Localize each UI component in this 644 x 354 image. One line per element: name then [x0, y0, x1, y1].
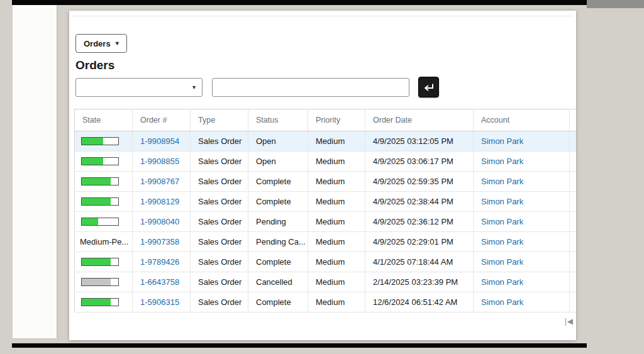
state-cell [75, 212, 133, 232]
column-header[interactable]: Order Date [365, 109, 474, 131]
extra-cell [570, 232, 577, 252]
pagination: |◀ [565, 317, 574, 326]
status-cell: Complete [248, 292, 308, 313]
account-link[interactable]: Simon Park [481, 257, 523, 267]
status-cell: Cancelled [248, 272, 308, 292]
priority-cell: Medium [308, 131, 365, 152]
order-link[interactable]: 1-9908767 [140, 177, 179, 186]
extra-cell [570, 152, 577, 172]
orders-window: Orders ▾ Orders ▾ StateOrder #TypeStatus… [69, 11, 576, 340]
priority-cell: Medium [308, 252, 365, 272]
orders-table-body: 1-9908954 Sales Order Open Medium 4/9/20… [75, 131, 577, 313]
order-number-cell: 1-9789426 [133, 252, 191, 272]
extra-cell [570, 252, 577, 272]
column-header[interactable]: I [570, 109, 577, 131]
column-header[interactable]: Status [248, 109, 308, 131]
table-row[interactable]: 1-9908954 Sales Order Open Medium 4/9/20… [75, 131, 577, 152]
order-link[interactable]: 1-6643758 [140, 277, 179, 287]
extra-cell [570, 192, 577, 212]
state-cell [75, 252, 133, 272]
first-page-icon[interactable]: |◀ [565, 317, 574, 326]
state-progress-bar [81, 278, 119, 286]
account-cell: Simon Park [474, 252, 570, 272]
bottom-border-bar [12, 343, 587, 348]
orders-view-dropdown[interactable]: Orders ▾ [75, 34, 127, 53]
account-link[interactable]: Simon Park [481, 197, 523, 206]
order-date-cell: 4/1/2025 07:18:44 AM [365, 252, 474, 272]
column-header[interactable]: Order # [133, 109, 191, 131]
state-progress-bar [81, 298, 119, 306]
status-cell: Open [248, 131, 308, 152]
type-cell: Sales Order [191, 232, 248, 252]
table-row[interactable]: 1-9908129 Sales Order Complete Medium 4/… [75, 192, 577, 212]
table-row[interactable]: Medium-Pe... 1-9907358 Sales Order Pendi… [75, 232, 577, 252]
column-header[interactable]: State [75, 109, 133, 131]
table-row[interactable]: 1-9908855 Sales Order Open Medium 4/9/20… [75, 152, 577, 172]
state-progress-fill [82, 138, 103, 145]
table-header-row: StateOrder #TypeStatusPriorityOrder Date… [75, 109, 577, 131]
column-header[interactable]: Priority [308, 109, 365, 131]
state-cell [75, 192, 133, 212]
extra-cell [570, 172, 577, 192]
account-link[interactable]: Simon Park [481, 177, 523, 186]
table-row[interactable]: 1-9789426 Sales Order Complete Medium 4/… [75, 252, 577, 272]
account-cell: Simon Park [474, 272, 570, 292]
order-date-cell: 4/9/2025 02:38:44 PM [365, 192, 474, 212]
left-side-panel [13, 5, 57, 338]
state-progress-fill [82, 158, 103, 165]
order-date-cell: 4/9/2025 03:12:05 PM [365, 131, 474, 152]
search-submit-button[interactable] [418, 77, 439, 97]
order-link[interactable]: 1-9908954 [140, 136, 179, 146]
account-link[interactable]: Simon Park [481, 217, 523, 226]
filter-combobox[interactable]: ▾ [75, 78, 203, 97]
order-date-cell: 12/6/2024 06:51:42 AM [365, 292, 474, 313]
order-link[interactable]: 1-9907358 [140, 237, 179, 246]
account-link[interactable]: Simon Park [481, 297, 523, 307]
type-cell: Sales Order [191, 252, 248, 272]
priority-cell: Medium [308, 152, 365, 172]
order-date-cell: 4/9/2025 03:06:17 PM [365, 152, 474, 172]
order-number-cell: 1-9908040 [133, 212, 191, 232]
order-link[interactable]: 1-5906315 [140, 297, 179, 307]
column-header[interactable]: Type [191, 109, 248, 131]
order-link[interactable]: 1-9908129 [140, 197, 179, 206]
state-progress-fill [82, 218, 98, 225]
return-arrow-icon [423, 83, 434, 92]
table-row[interactable]: 1-9908040 Sales Order Pending Medium 4/9… [75, 212, 577, 232]
order-link[interactable]: 1-9908855 [140, 157, 179, 166]
table-row[interactable]: 1-9908767 Sales Order Complete Medium 4/… [75, 172, 577, 192]
extra-cell [570, 131, 577, 152]
priority-cell: Medium [308, 272, 365, 292]
chevron-down-icon: ▾ [116, 40, 119, 47]
state-progress-bar [81, 258, 119, 266]
state-progress-bar [81, 137, 119, 145]
status-cell: Complete [248, 192, 308, 212]
table-row[interactable]: 1-6643758 Sales Order Cancelled Medium 2… [75, 272, 577, 292]
priority-cell: Medium [308, 212, 365, 232]
order-link[interactable]: 1-9908040 [140, 217, 179, 226]
order-link[interactable]: 1-9789426 [140, 257, 179, 267]
page-title: Orders [75, 58, 114, 72]
type-cell: Sales Order [191, 172, 248, 192]
table-row[interactable]: 1-5906315 Sales Order Complete Medium 12… [75, 292, 577, 313]
state-cell [75, 272, 133, 292]
account-link[interactable]: Simon Park [481, 277, 523, 287]
chevron-down-icon: ▾ [192, 84, 196, 91]
order-number-cell: 1-9908954 [133, 131, 191, 152]
state-progress-fill [82, 258, 111, 265]
state-progress-bar [81, 197, 119, 206]
account-cell: Simon Park [474, 212, 570, 232]
account-cell: Simon Park [474, 192, 570, 212]
state-cell [75, 131, 133, 152]
search-input[interactable] [212, 78, 409, 97]
top-border-bar [12, 0, 587, 5]
account-link[interactable]: Simon Park [481, 136, 523, 146]
type-cell: Sales Order [191, 131, 248, 152]
account-cell: Simon Park [474, 172, 570, 192]
column-header[interactable]: Account [474, 109, 570, 131]
state-cell [75, 172, 133, 192]
account-link[interactable]: Simon Park [481, 237, 523, 246]
account-cell: Simon Park [474, 292, 570, 313]
account-link[interactable]: Simon Park [481, 157, 523, 166]
status-cell: Complete [248, 252, 308, 272]
